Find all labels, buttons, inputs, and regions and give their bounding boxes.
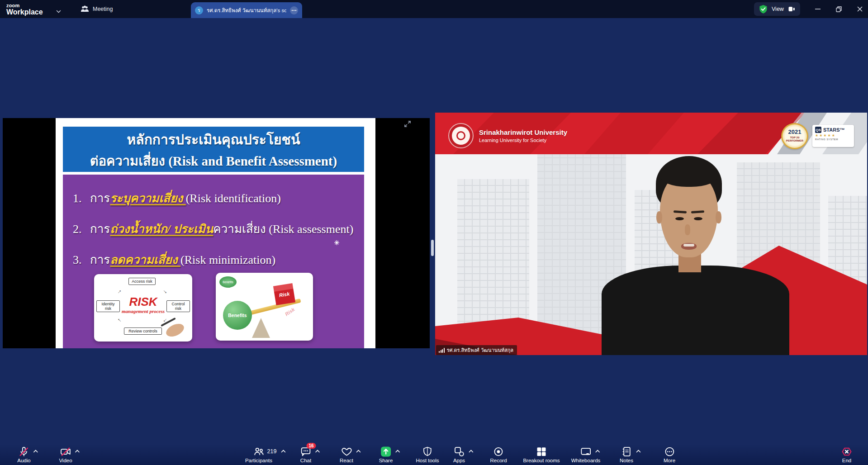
view-button[interactable]: View bbox=[754, 2, 800, 16]
chevron-up-icon[interactable] bbox=[395, 450, 400, 453]
restore-button[interactable] bbox=[828, 0, 849, 18]
zoom-workplace-logo[interactable]: zoom Workplace bbox=[6, 3, 43, 16]
person-eye bbox=[694, 217, 702, 220]
diagram-box-access: Access risk bbox=[128, 278, 156, 285]
shared-screen-panel: หลักการประเมินคุณประโยชน์ ต่อความเสี่ยง … bbox=[3, 118, 430, 348]
speaker-video-panel: Srinakharinwirot University Learning Uni… bbox=[435, 113, 867, 355]
slide-list-item: 3.การลดความเสี่ยง (Risk minimization) bbox=[73, 250, 362, 269]
chevron-up-icon[interactable] bbox=[75, 450, 80, 453]
minimize-button[interactable] bbox=[807, 0, 828, 18]
tab-screen-share[interactable]: ร รศ.ดร.สิทธิพงศ์ วัฒนานนท์สกุล's scree bbox=[191, 2, 302, 18]
award-badge-2021: 2021 TOP 20 PERFORMER bbox=[781, 123, 808, 149]
breakout-rooms-icon bbox=[536, 446, 547, 457]
host-tools-button[interactable]: Host tools bbox=[416, 446, 439, 464]
participant-name: รศ.ดร.สิทธิพงศ์ วัฒนานนท์สกุล bbox=[447, 346, 514, 354]
qs-stars-badge: QS STARS™ ★★★★★ RATING SYSTEM bbox=[812, 125, 854, 147]
share-screen-icon bbox=[380, 446, 392, 457]
close-button[interactable] bbox=[849, 0, 868, 18]
diagram-box-identity: Identity risk bbox=[96, 300, 120, 312]
mic-muted-icon bbox=[18, 446, 29, 457]
diagram-box-control: Control risk bbox=[166, 300, 190, 312]
risk-reflection: Risk bbox=[284, 306, 296, 317]
more-icon bbox=[664, 446, 675, 457]
risk-cube: Risk bbox=[273, 283, 295, 305]
chevron-up-icon[interactable] bbox=[33, 450, 38, 453]
record-button[interactable]: Record bbox=[490, 446, 507, 464]
chat-unread-badge: 16 bbox=[307, 443, 316, 449]
apps-button[interactable]: Apps bbox=[453, 446, 465, 464]
people-icon bbox=[81, 5, 89, 13]
audio-button[interactable]: Audio bbox=[17, 446, 30, 464]
university-seal bbox=[448, 123, 474, 148]
chevron-up-icon[interactable] bbox=[315, 450, 320, 453]
slide-title-line1: หลักการประเมินคุณประโยชน์ bbox=[63, 129, 364, 150]
panel-resize-handle[interactable] bbox=[431, 240, 434, 256]
cursor-pointer bbox=[334, 240, 339, 245]
more-button[interactable]: More bbox=[664, 446, 675, 464]
arrow-icon: → bbox=[114, 317, 123, 326]
share-button[interactable]: Share bbox=[379, 446, 393, 464]
slide-body: 1.การระบุความเสี่ยง (Risk identification… bbox=[63, 175, 364, 348]
person-teeth bbox=[683, 244, 694, 247]
risk-process-diagram: Access risk RISK management process Iden… bbox=[94, 274, 192, 342]
tab-avatar: ร bbox=[195, 6, 203, 14]
titlebar: zoom Workplace Meeting ร รศ.ดร.สิทธิพงศ์… bbox=[0, 0, 868, 18]
participants-icon bbox=[253, 446, 265, 457]
qs-logo: QS bbox=[815, 127, 821, 133]
presentation-slide: หลักการประเมินคุณประโยชน์ ต่อความเสี่ยง … bbox=[56, 118, 375, 348]
diagram-box-review: Review controls bbox=[124, 327, 162, 335]
apps-icon bbox=[454, 446, 465, 457]
chevron-up-icon[interactable] bbox=[356, 450, 360, 453]
university-tagline: Learning University for Society bbox=[479, 138, 546, 143]
benefits-ball: Benefits bbox=[223, 301, 252, 330]
tab-meeting[interactable]: Meeting bbox=[76, 0, 117, 18]
heart-icon bbox=[341, 446, 352, 457]
benefit-risk-balance: Benefits Risk Risk Benefits bbox=[216, 273, 313, 341]
slide-list-item: 1.การระบุความเสี่ยง (Risk identification… bbox=[73, 189, 362, 207]
restore-icon bbox=[836, 6, 842, 12]
breakout-rooms-button[interactable]: Breakout rooms bbox=[523, 446, 560, 464]
person-shirt bbox=[602, 266, 789, 355]
shield-icon bbox=[422, 446, 433, 457]
notes-icon bbox=[621, 446, 632, 457]
meeting-toolbar: Audio Video bbox=[0, 444, 868, 465]
university-name: Srinakharinwirot University bbox=[479, 128, 567, 136]
whiteboard-icon bbox=[580, 446, 592, 457]
video-button[interactable]: Video bbox=[59, 446, 72, 464]
end-icon bbox=[841, 446, 853, 457]
chevron-up-icon[interactable] bbox=[595, 450, 600, 453]
arrow-icon: → bbox=[114, 287, 123, 296]
brand-line2: Workplace bbox=[6, 8, 43, 16]
zoom-window: zoom Workplace Meeting ร รศ.ดร.สิทธิพงศ์… bbox=[0, 0, 868, 465]
brand-line1: zoom bbox=[6, 3, 43, 8]
end-meeting-button[interactable]: End bbox=[841, 446, 853, 464]
slide-title-line2: ต่อความเสี่ยง (Risk and Benefit Assessme… bbox=[63, 151, 364, 171]
chevron-up-icon[interactable] bbox=[281, 450, 286, 453]
person-ear bbox=[656, 211, 662, 223]
person-ear bbox=[716, 211, 721, 223]
react-button[interactable]: React bbox=[340, 446, 353, 464]
person-nose bbox=[685, 224, 690, 235]
view-label: View bbox=[772, 6, 784, 12]
arrow-icon: → bbox=[161, 287, 171, 296]
chat-button[interactable]: 16 Chat bbox=[300, 446, 312, 464]
close-icon bbox=[857, 6, 863, 12]
person-eye bbox=[675, 217, 684, 220]
slide-list-item: 2.การถ่วงน้ำหนัก/ ประเมินความเสี่ยง (Ris… bbox=[73, 219, 362, 238]
slide-title-band: หลักการประเมินคุณประโยชน์ ต่อความเสี่ยง … bbox=[63, 127, 364, 172]
chevron-up-icon[interactable] bbox=[636, 450, 640, 453]
chevron-down-icon[interactable] bbox=[56, 10, 61, 13]
participants-button[interactable]: 219 Participants bbox=[245, 446, 272, 464]
tab-menu-icon[interactable] bbox=[290, 6, 298, 14]
person-fringe bbox=[660, 163, 718, 187]
minimize-icon bbox=[815, 9, 821, 9]
tab-title: รศ.ดร.สิทธิพงศ์ วัฒนานนท์สกุล's scree bbox=[207, 6, 286, 14]
notes-button[interactable]: Notes bbox=[620, 446, 633, 464]
camera-muted-icon bbox=[60, 446, 71, 457]
chevron-up-icon[interactable] bbox=[469, 450, 474, 453]
participant-name-tag: รศ.ดร.สิทธิพงศ์ วัฒนานนท์สกุล bbox=[436, 345, 517, 355]
whiteboards-button[interactable]: Whiteboards bbox=[571, 446, 601, 464]
expand-icon[interactable] bbox=[403, 120, 412, 128]
security-shield-icon bbox=[759, 5, 768, 14]
record-icon bbox=[493, 446, 504, 457]
